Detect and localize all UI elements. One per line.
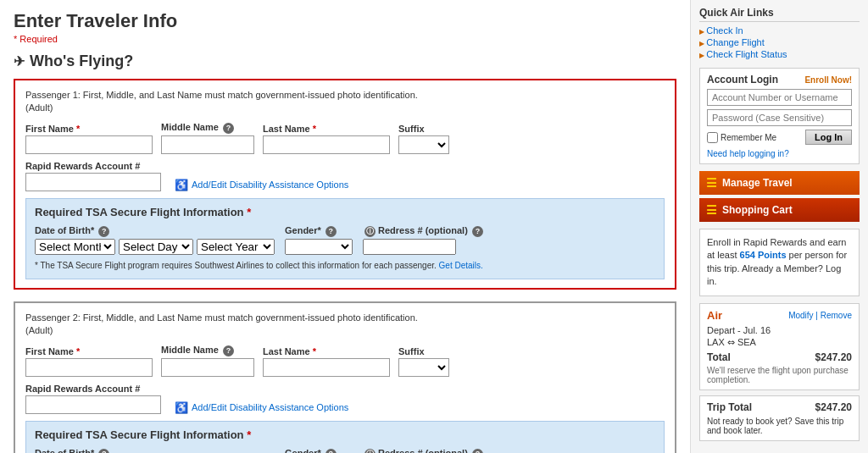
passenger2-middlename-group: Middle Name ? xyxy=(161,345,254,377)
passenger1-gender-group: Gender* ? Male Female xyxy=(285,225,353,255)
not-ready-note: Not ready to book yet? Save this trip an… xyxy=(707,417,852,435)
passenger1-redress-label: ⓘ Redress # (optional) ? xyxy=(363,225,483,237)
gender-help-icon[interactable]: ? xyxy=(326,226,337,237)
passenger1-name-row: First Name * Middle Name ? Last Name xyxy=(25,122,665,154)
dob-help-icon[interactable]: ? xyxy=(98,226,109,237)
passenger2-suffix-select[interactable]: Jr. Sr. xyxy=(398,358,449,377)
passenger1-redress-group: ⓘ Redress # (optional) ? xyxy=(363,225,483,255)
passenger2-rewards-group: Rapid Rewards Account # xyxy=(25,384,161,414)
passenger1-get-details-link[interactable]: Get Details. xyxy=(439,261,483,270)
passenger2-tsa-fields: Date of Birth* ? Select Month JanuaryFeb… xyxy=(35,448,655,453)
passenger1-middlename-input[interactable] xyxy=(161,135,254,154)
quick-links-list: Check In Change Flight Check Flight Stat… xyxy=(699,25,860,59)
trip-total-section: Trip Total $247.20 Not ready to book yet… xyxy=(699,395,860,441)
p2-middle-name-help-icon[interactable]: ? xyxy=(223,345,234,356)
password-input[interactable] xyxy=(707,109,852,126)
login-button[interactable]: Log In xyxy=(805,130,852,145)
p2-redress-circle-icon[interactable]: ⓘ xyxy=(364,449,376,453)
passenger1-rewards-input[interactable] xyxy=(25,173,161,191)
passenger1-year-select[interactable]: Select Year xyxy=(197,239,275,255)
passenger1-middlename-group: Middle Name ? xyxy=(161,122,254,154)
passenger1-gender-label: Gender* ? xyxy=(285,225,353,237)
passenger1-dob-label: Date of Birth* ? xyxy=(35,225,275,237)
depart-date: Depart - Jul. 16 xyxy=(707,325,852,335)
middle-name-help-icon[interactable]: ? xyxy=(223,123,234,134)
plane-icon: ✈ xyxy=(14,53,25,69)
passenger1-lastname-input[interactable] xyxy=(263,135,390,154)
passenger2-middlename-label: Middle Name ? xyxy=(161,345,254,356)
change-flight-link[interactable]: Change Flight xyxy=(699,37,765,47)
shopping-cart-icon: ☰ xyxy=(706,203,717,217)
flight-details: Air Modify | Remove Depart - Jul. 16 LAX… xyxy=(699,303,860,390)
passenger1-firstname-input[interactable] xyxy=(25,135,153,154)
air-label: Air xyxy=(707,309,722,322)
check-status-link[interactable]: Check Flight Status xyxy=(699,49,787,59)
whos-flying-heading: ✈ Who's Flying? xyxy=(14,52,676,70)
passenger2-gender-label: Gender* ? xyxy=(285,448,353,453)
flight-actions: Modify | Remove xyxy=(788,311,852,320)
shopping-cart-button[interactable]: ☰ Shopping Cart xyxy=(699,198,860,222)
passenger2-suffix-group: Suffix Jr. Sr. xyxy=(398,346,449,377)
redress-help-icon[interactable]: ? xyxy=(472,226,483,237)
enroll-now-link[interactable]: Enroll Now! xyxy=(804,75,852,85)
passenger2-box: Passenger 2: First, Middle, and Last Nam… xyxy=(14,301,676,453)
passenger1-box: Passenger 1: First, Middle, and Last Nam… xyxy=(14,79,676,290)
passenger1-redress-input[interactable] xyxy=(363,239,456,255)
passenger1-disability-link[interactable]: ♿ Add/Edit Disability Assistance Options xyxy=(175,179,348,191)
manage-travel-button[interactable]: ☰ Manage Travel xyxy=(699,171,860,195)
quick-links-title: Quick Air Links xyxy=(699,7,860,22)
passenger1-month-select[interactable]: Select Month JanuaryFebruaryMarch AprilM… xyxy=(35,239,115,255)
passenger2-middlename-input[interactable] xyxy=(161,358,254,377)
need-help-link[interactable]: Need help logging in? xyxy=(707,149,789,158)
passenger2-suffix-label: Suffix xyxy=(398,346,449,356)
wheelchair-icon: ♿ xyxy=(175,179,188,191)
passenger1-suffix-group: Suffix Jr. Sr. II III xyxy=(398,124,449,154)
passenger2-tsa-title: Required TSA Secure Flight Information * xyxy=(35,428,655,441)
passenger1-middlename-label: Middle Name ? xyxy=(161,122,254,134)
passenger2-firstname-input[interactable] xyxy=(25,358,153,377)
passenger1-tsa-section: Required TSA Secure Flight Information *… xyxy=(25,198,665,279)
passenger2-dob-label: Date of Birth* ? xyxy=(35,448,275,453)
remember-me-label[interactable]: Remember Me xyxy=(707,132,776,143)
page-title: Enter Traveler Info xyxy=(14,10,676,32)
passenger1-gender-select[interactable]: Male Female xyxy=(285,239,353,255)
passenger1-lastname-label: Last Name * xyxy=(263,124,390,134)
passenger1-rewards-group: Rapid Rewards Account # xyxy=(25,161,161,191)
remember-me-checkbox[interactable] xyxy=(707,132,718,143)
passenger2-disability-link[interactable]: ♿ Add/Edit Disability Assistance Options xyxy=(175,401,348,414)
passenger1-suffix-label: Suffix xyxy=(398,124,449,134)
passenger2-rewards-row: Rapid Rewards Account # ♿ Add/Edit Disab… xyxy=(25,384,665,414)
passenger1-firstname-label: First Name * xyxy=(25,124,153,134)
passenger2-firstname-label: First Name * xyxy=(25,346,153,356)
passenger1-suffix-select[interactable]: Jr. Sr. II III xyxy=(398,135,449,154)
passenger2-firstname-group: First Name * xyxy=(25,346,153,377)
passenger2-rewards-input[interactable] xyxy=(25,395,161,414)
remember-row: Remember Me Log In xyxy=(707,130,852,145)
passenger2-lastname-label: Last Name * xyxy=(263,346,390,356)
passenger2-redress-group: ⓘ Redress # (optional) ? xyxy=(363,448,483,453)
remove-link[interactable]: Remove xyxy=(821,311,852,320)
passenger2-rewards-label: Rapid Rewards Account # xyxy=(25,384,161,394)
p2-redress-help-icon[interactable]: ? xyxy=(472,449,483,453)
passenger1-tsa-title: Required TSA Secure Flight Information * xyxy=(35,206,655,218)
passenger1-tsa-note: * The TSA Secure Flight program requires… xyxy=(35,260,655,272)
passenger2-lastname-input[interactable] xyxy=(263,358,390,377)
check-in-link[interactable]: Check In xyxy=(699,25,743,36)
p2-dob-help-icon[interactable]: ? xyxy=(98,449,109,453)
p2-gender-help-icon[interactable]: ? xyxy=(326,449,337,453)
username-input[interactable] xyxy=(707,89,852,106)
flight-route: LAX ⇔ SEA xyxy=(707,337,852,348)
redress-circle-icon[interactable]: ⓘ xyxy=(364,226,376,237)
passenger1-dob-group: Date of Birth* ? Select Month JanuaryFeb… xyxy=(35,225,275,255)
modify-link[interactable]: Modify xyxy=(788,311,813,320)
manage-travel-icon: ☰ xyxy=(706,176,717,190)
passenger1-note: Passenger 1: First, Middle, and Last Nam… xyxy=(25,89,665,115)
passenger1-tsa-fields: Date of Birth* ? Select Month JanuaryFeb… xyxy=(35,225,655,255)
required-star2: * xyxy=(313,124,316,134)
passenger1-lastname-group: Last Name * xyxy=(263,124,390,154)
sidebar: Quick Air Links Check In Change Flight C… xyxy=(690,0,868,453)
passenger2-tsa-section: Required TSA Secure Flight Information *… xyxy=(25,421,665,453)
trip-total-row: Trip Total $247.20 xyxy=(707,401,852,413)
account-login-section: Account Login Enroll Now! Remember Me Lo… xyxy=(699,68,860,164)
passenger1-day-select[interactable]: Select Day xyxy=(119,239,193,255)
